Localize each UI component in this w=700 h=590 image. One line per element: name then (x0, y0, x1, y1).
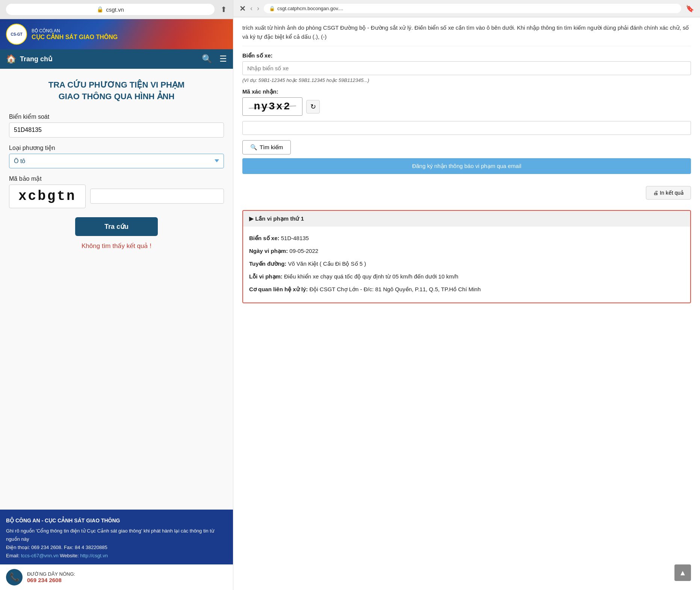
violation-offense-label: Lỗi vi phạm: (249, 273, 283, 280)
violation-header[interactable]: ▶ Lần vi phạm thứ 1 (243, 211, 690, 227)
right-captcha-image: ny3x2 (242, 97, 302, 116)
violation-header-text: ▶ Lần vi phạm thứ 1 (249, 215, 304, 222)
vehicle-select[interactable]: Ô tô Xe máy Xe tải Xe khách (9, 154, 224, 168)
footer-org-name: BỘ CÔNG AN - CỤC CẢNH SÁT GIAO THÔNG (6, 516, 227, 525)
home-icon: 🏠 (6, 54, 16, 64)
license-label: Biển kiểm soát (9, 113, 224, 120)
right-license-hint: (Ví dụ: 59B1-12345 hoặc 59B1.12345 hoặc … (242, 77, 691, 83)
url-bar-right: 🔒 csgt.catphcm.bocongan.gov.... (264, 4, 681, 13)
share-button-left[interactable]: ⬆ (221, 5, 227, 14)
violation-license-label: Biển số xe: (249, 235, 280, 241)
violation-authority-label: Cơ quan liên hệ xử lý: (249, 286, 308, 292)
search-label-right: Tìm kiếm (260, 144, 283, 151)
violation-offense-field: Lỗi vi phạm: Điều khiển xe chạy quá tốc … (249, 271, 684, 282)
page-title: TRA CỨU PHƯƠNG TIỆN VI PHẠM GIAO THÔNG Q… (9, 79, 224, 103)
violation-license-value: 51D-48135 (281, 235, 309, 241)
footer-phone: Điện thoại: 069 234 2608. Fax: 84 4 3822… (6, 543, 227, 552)
print-section: 🖨 In kết quả (242, 186, 691, 204)
violation-box: ▶ Lần vi phạm thứ 1 Biển số xe: 51D-4813… (242, 210, 691, 303)
right-search-button[interactable]: 🔍 Tìm kiếm (242, 140, 291, 154)
register-email-button[interactable]: Đăng ký nhận thông báo vi phạm qua email (242, 158, 691, 174)
print-button[interactable]: 🖨 In kết quả (646, 186, 691, 200)
captcha-image: xcbgtn (9, 185, 86, 208)
captcha-input[interactable] (90, 189, 224, 204)
browser-bar-right: ✕ ‹ › 🔒 csgt.catphcm.bocongan.gov.... 🔖 (233, 0, 700, 17)
right-panel: ✕ ‹ › 🔒 csgt.catphcm.bocongan.gov.... 🔖 … (233, 0, 700, 590)
search-nav-button[interactable]: 🔍 (202, 54, 212, 64)
no-result-text: Không tìm thấy kết quả ! (9, 242, 224, 250)
violation-offense-value: Điều khiển xe chạy quá tốc độ quy định t… (284, 273, 458, 280)
captcha-refresh-button[interactable]: ↻ (306, 100, 320, 113)
violation-road-value: Võ Văn Kiệt ( Cầu Đi Bộ Số 5 ) (288, 260, 366, 267)
home-nav[interactable]: 🏠 Trang chủ (6, 54, 52, 64)
violation-license-field: Biển số xe: 51D-48135 (249, 233, 684, 244)
menu-nav-button[interactable]: ☰ (219, 54, 227, 64)
browser-bar-left: 🔒 csgt.vn ⬆ (0, 0, 233, 19)
footer: BỘ CÔNG AN - CỤC CẢNH SÁT GIAO THÔNG Ghi… (0, 510, 233, 564)
right-license-label: Biển số xe: (242, 52, 691, 59)
captcha-label: Mã bảo mật (9, 175, 224, 182)
violation-date-field: Ngày vi phạm: 09-05-2022 (249, 245, 684, 257)
vehicle-label: Loại phương tiện (9, 144, 224, 151)
url-bar-left: 🔒 csgt.vn (6, 4, 215, 15)
main-form-area: TRA CỨU PHƯƠNG TIỆN VI PHẠM GIAO THÔNG Q… (0, 69, 233, 510)
violation-road-label: Tuyến đường: (249, 260, 286, 267)
hotline-bar: 📞 ĐƯỜNG DÂY NÓNG: 069 234 2608 (0, 564, 233, 590)
hotline-info: ĐƯỜNG DÂY NÓNG: 069 234 2608 (27, 571, 75, 583)
forward-button-right[interactable]: › (257, 5, 259, 12)
violation-body: Biển số xe: 51D-48135 Ngày vi phạm: 09-0… (243, 227, 690, 303)
lock-icon-right: 🔒 (269, 6, 275, 11)
right-captcha-input[interactable] (242, 121, 691, 135)
url-text-right: csgt.catphcm.bocongan.gov.... (277, 6, 343, 11)
hotline-label: ĐƯỜNG DÂY NÓNG: (27, 571, 75, 577)
left-panel: 🔒 csgt.vn ⬆ CS-GT BỘ CÔNG AN CỤC CẢNH SÁ… (0, 0, 233, 590)
dept-label: CỤC CẢNH SÁT GIAO THÔNG (32, 33, 118, 41)
home-label: Trang chủ (20, 55, 52, 63)
banner-bg (116, 19, 233, 49)
footer-email-link[interactable]: tccs-c67@vnn.vn (21, 553, 59, 558)
right-captcha-label: Mã xác nhận: (242, 88, 691, 95)
violation-date-label: Ngày vi phạm: (249, 248, 288, 254)
bookmark-button[interactable]: 🔖 (686, 5, 694, 13)
hotline-number: 069 234 2608 (27, 577, 75, 583)
footer-website-link[interactable]: http://csgt.vn (80, 553, 108, 558)
footer-email: Email: tccs-c67@vnn.vn Website: http://c… (6, 552, 227, 560)
intro-text: trích xuất từ hình ảnh do phòng CSGT Đườ… (242, 17, 691, 46)
url-text-left: csgt.vn (106, 6, 124, 13)
right-captcha-row: ny3x2 ↻ (242, 97, 691, 116)
violation-authority-field: Cơ quan liên hệ xử lý: Đội CSGT Chợ Lớn … (249, 284, 684, 295)
scroll-top-button[interactable]: ▲ (674, 564, 691, 581)
right-form-section: Biển số xe: (Ví dụ: 59B1-12345 hoặc 59B1… (242, 46, 691, 186)
back-button-right[interactable]: ‹ (250, 5, 252, 12)
nav-bar: 🏠 Trang chủ 🔍 ☰ (0, 49, 233, 69)
header-text: BỘ CÔNG AN CỤC CẢNH SÁT GIAO THÔNG (32, 28, 118, 41)
header-banner: CS-GT BỘ CÔNG AN CỤC CẢNH SÁT GIAO THÔNG (0, 19, 233, 49)
violation-date-value: 09-05-2022 (289, 248, 318, 254)
phone-icon: 📞 (6, 569, 23, 585)
violation-road-field: Tuyến đường: Võ Văn Kiệt ( Cầu Đi Bộ Số … (249, 258, 684, 269)
nav-icons: 🔍 ☰ (202, 54, 227, 64)
ministry-label: BỘ CÔNG AN (32, 28, 118, 33)
lock-icon-left: 🔒 (97, 6, 104, 13)
license-input[interactable] (9, 123, 224, 138)
captcha-row: xcbgtn (9, 185, 224, 208)
footer-note: Ghi rõ nguồn 'Cổng thông tin điện tử Cục… (6, 527, 227, 543)
logo: CS-GT (6, 24, 27, 45)
submit-button[interactable]: Tra cứu (75, 217, 158, 236)
close-button-right[interactable]: ✕ (239, 4, 246, 13)
right-content-area: trích xuất từ hình ảnh do phòng CSGT Đườ… (233, 17, 700, 590)
search-icon-right: 🔍 (250, 144, 257, 151)
right-license-input[interactable] (242, 61, 691, 75)
violation-authority-value: Đội CSGT Chợ Lớn - Đ/c: 81 Ngô Quyền, P.… (310, 286, 481, 292)
